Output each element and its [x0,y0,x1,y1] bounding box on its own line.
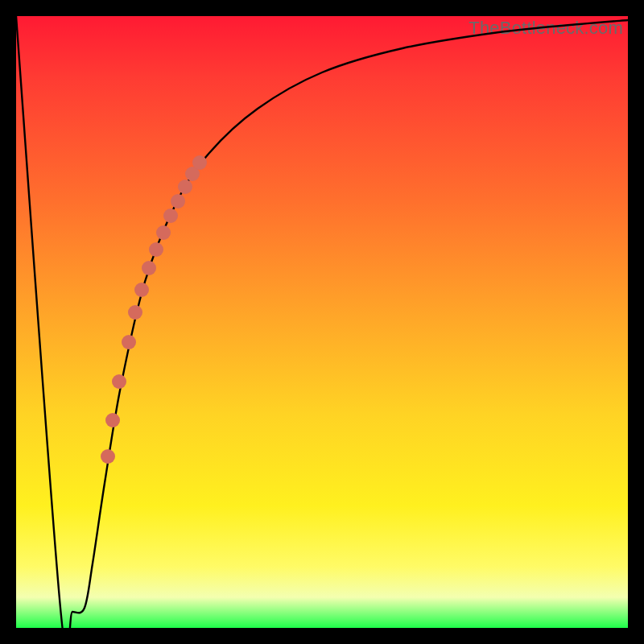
marker-dot [128,305,142,320]
marker-dot [142,261,156,275]
chart-svg [16,16,628,628]
plot-area: TheBottleneck.com [16,16,628,628]
chart-frame: TheBottleneck.com [0,0,644,644]
marker-dot [122,335,136,349]
marker-dot [149,242,163,257]
marker-dot [112,374,126,389]
marker-dot [171,194,185,208]
curve-line [16,16,628,628]
highlight-markers [101,155,207,464]
marker-dot [101,449,115,464]
marker-dot [156,225,171,240]
marker-dot [134,283,149,297]
marker-dot [105,413,120,427]
marker-dot [178,180,192,194]
marker-dot [192,155,207,170]
marker-dot [163,208,178,223]
